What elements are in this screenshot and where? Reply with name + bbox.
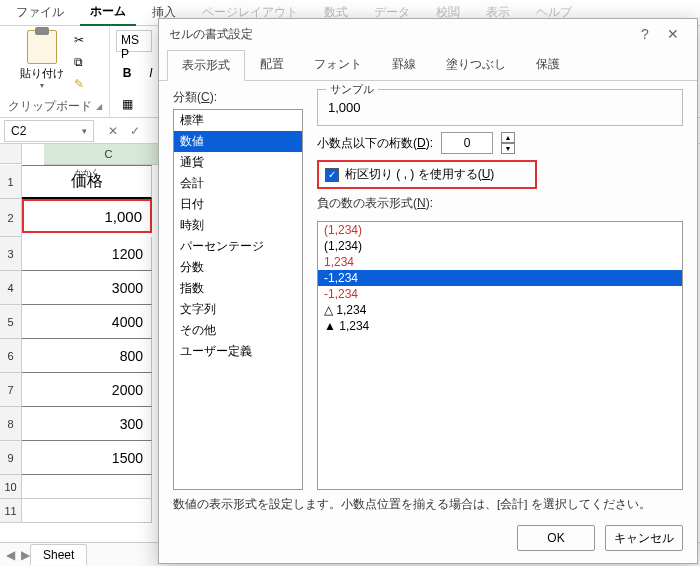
category-item[interactable]: 数値 — [174, 131, 302, 152]
select-all-corner[interactable] — [0, 144, 22, 164]
ribbon-tab-home[interactable]: ホーム — [80, 0, 136, 26]
cell[interactable]: 3000 — [22, 271, 152, 305]
header-ruby: かかく — [75, 167, 99, 178]
format-cells-dialog: セルの書式設定 ? ✕ 表示形式 配置 フォント 罫線 塗りつぶし 保護 分類(… — [158, 18, 698, 564]
name-box-value: C2 — [11, 124, 26, 138]
dialog-titlebar: セルの書式設定 ? ✕ — [159, 19, 697, 49]
dialog-title: セルの書式設定 — [169, 26, 253, 43]
decimals-label: 小数点以下の桁数(D): — [317, 135, 433, 152]
tab-font[interactable]: フォント — [299, 49, 377, 80]
cell[interactable]: 1500 — [22, 441, 152, 475]
negative-format-item[interactable]: (1,234) — [318, 238, 682, 254]
sheet-tab[interactable]: Sheet — [30, 544, 87, 565]
negative-label: 負の数の表示形式(N): — [317, 195, 683, 212]
decimals-input[interactable] — [441, 132, 493, 154]
category-item[interactable]: 日付 — [174, 194, 302, 215]
cut-button[interactable]: ✂ — [68, 30, 90, 50]
cancel-button[interactable]: キャンセル — [605, 525, 683, 551]
negative-format-item[interactable]: (1,234) — [318, 222, 682, 238]
category-item[interactable]: その他 — [174, 320, 302, 341]
paste-button[interactable]: 貼り付け ▾ — [20, 30, 64, 94]
category-list[interactable]: 標準 数値 通貨 会計 日付 時刻 パーセンテージ 分数 指数 文字列 その他 … — [173, 109, 303, 490]
cell[interactable]: 1,000 — [22, 199, 152, 233]
column-header-c[interactable]: C — [44, 144, 174, 164]
tab-alignment[interactable]: 配置 — [245, 49, 299, 80]
format-painter-button[interactable]: ✎ — [68, 74, 90, 94]
negative-format-item[interactable]: -1,234 — [318, 270, 682, 286]
category-item[interactable]: 通貨 — [174, 152, 302, 173]
cell[interactable]: 300 — [22, 407, 152, 441]
cell[interactable]: 1200 — [22, 237, 152, 271]
name-box[interactable]: C2 ▾ — [4, 120, 94, 142]
tab-number[interactable]: 表示形式 — [167, 50, 245, 81]
category-item[interactable]: パーセンテージ — [174, 236, 302, 257]
spin-down-button[interactable]: ▼ — [501, 143, 515, 154]
spin-up-button[interactable]: ▲ — [501, 132, 515, 143]
negative-format-item[interactable]: ▲ 1,234 — [318, 318, 682, 334]
paste-label: 貼り付け — [20, 66, 64, 81]
ok-button[interactable]: OK — [517, 525, 595, 551]
font-name-select[interactable]: MS P — [116, 30, 152, 52]
category-item[interactable]: 標準 — [174, 110, 302, 131]
thousands-checkbox[interactable]: ✓ — [325, 168, 339, 182]
dialog-launcher-icon[interactable]: ◢ — [96, 102, 102, 111]
negative-format-item[interactable]: 1,234 — [318, 254, 682, 270]
brush-icon: ✎ — [74, 77, 84, 91]
paste-icon — [27, 30, 57, 64]
row-header[interactable]: 7 — [0, 373, 22, 407]
sample-value: 1,000 — [328, 96, 672, 115]
chevron-down-icon: ▾ — [40, 81, 44, 90]
row-header[interactable]: 2 — [0, 199, 22, 237]
row-header[interactable]: 8 — [0, 407, 22, 441]
decimals-row: 小数点以下の桁数(D): ▲ ▼ — [317, 132, 683, 154]
row-header[interactable]: 11 — [0, 499, 22, 523]
sample-box: サンプル 1,000 — [317, 89, 683, 126]
tab-fill[interactable]: 塗りつぶし — [431, 49, 521, 80]
cell[interactable]: 2000 — [22, 373, 152, 407]
chevron-down-icon: ▾ — [82, 126, 87, 136]
category-item[interactable]: 文字列 — [174, 299, 302, 320]
cell-header[interactable]: かかく 価格 — [22, 165, 152, 199]
enter-formula-button[interactable]: ✓ — [126, 124, 144, 138]
category-item[interactable]: 会計 — [174, 173, 302, 194]
row-header[interactable]: 6 — [0, 339, 22, 373]
sheet-prev-icon[interactable]: ◀ — [6, 548, 15, 562]
category-item[interactable]: 指数 — [174, 278, 302, 299]
negative-format-item[interactable]: △ 1,234 — [318, 302, 682, 318]
scissors-icon: ✂ — [74, 33, 84, 47]
tab-protection[interactable]: 保護 — [521, 49, 575, 80]
sample-label: サンプル — [326, 82, 378, 97]
negative-format-list[interactable]: (1,234)(1,234)1,234-1,234-1,234△ 1,234▲ … — [317, 221, 683, 490]
cell[interactable] — [22, 475, 152, 499]
row-header[interactable]: 1 — [0, 165, 22, 199]
tab-border[interactable]: 罫線 — [377, 49, 431, 80]
category-item[interactable]: ユーザー定義 — [174, 341, 302, 362]
thousands-label: 桁区切り ( , ) を使用する(U) — [345, 166, 494, 183]
row-header[interactable]: 3 — [0, 237, 22, 271]
clipboard-group: 貼り付け ▾ ✂ ⧉ ✎ クリップボード◢ — [0, 26, 110, 117]
sheet-next-icon[interactable]: ▶ — [21, 548, 30, 562]
category-item[interactable]: 時刻 — [174, 215, 302, 236]
row-header[interactable]: 5 — [0, 305, 22, 339]
category-label: 分類(C): — [173, 89, 303, 106]
cancel-formula-button[interactable]: ✕ — [104, 124, 122, 138]
category-item[interactable]: 分数 — [174, 257, 302, 278]
row-header[interactable]: 4 — [0, 271, 22, 305]
dialog-tabs: 表示形式 配置 フォント 罫線 塗りつぶし 保護 — [159, 49, 697, 81]
bold-button[interactable]: B — [116, 62, 138, 84]
ribbon-tab-file[interactable]: ファイル — [6, 0, 74, 25]
row-header[interactable]: 9 — [0, 441, 22, 475]
cell[interactable]: 800 — [22, 339, 152, 373]
negative-format-item[interactable]: -1,234 — [318, 286, 682, 302]
copy-button[interactable]: ⧉ — [68, 52, 90, 72]
help-button[interactable]: ? — [631, 26, 659, 42]
description-text: 数値の表示形式を設定します。小数点位置を揃える場合は、[会計] を選択してくださ… — [159, 490, 697, 513]
cell[interactable] — [22, 499, 152, 523]
close-button[interactable]: ✕ — [659, 26, 687, 42]
cell[interactable]: 4000 — [22, 305, 152, 339]
borders-button[interactable]: ▦ — [116, 93, 138, 115]
clipboard-group-label: クリップボード — [8, 98, 92, 115]
decimals-spinner: ▲ ▼ — [501, 132, 515, 154]
thousands-separator-row[interactable]: ✓ 桁区切り ( , ) を使用する(U) — [317, 160, 537, 189]
row-header[interactable]: 10 — [0, 475, 22, 499]
